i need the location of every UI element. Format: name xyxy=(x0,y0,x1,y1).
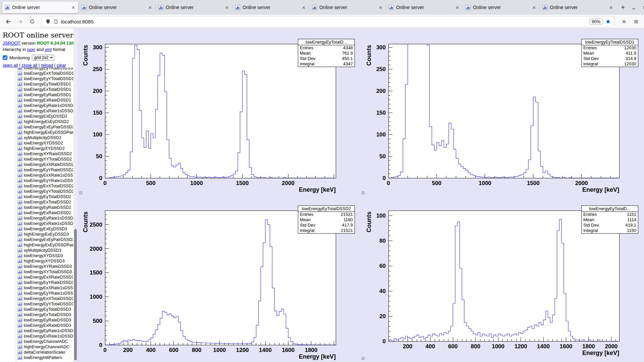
browser-tab[interactable]: Online server xyxy=(386,2,462,13)
sidebar-item[interactable]: lowEnergyExRateDSSD2 xyxy=(0,210,73,216)
histogram-pad[interactable]: 0200400600800100012001400160018000500100… xyxy=(77,195,361,362)
sidebar-item[interactable]: highEnergyExEyDSSDPair3 xyxy=(0,242,73,248)
histogram-pad[interactable]: 0500100015002000050100150200250300Energy… xyxy=(77,28,361,195)
browser-tab[interactable]: Online server xyxy=(463,2,539,13)
sidebar-item[interactable]: highEnergyXYDSSD3 xyxy=(0,258,73,264)
histogram-pad[interactable]: 2004006008001000120014001600180020000204… xyxy=(361,195,644,362)
sidebar-item[interactable]: lowEnergyExRateDSSD3 xyxy=(0,323,73,328)
app-menu-button[interactable] xyxy=(631,16,641,27)
sidebar-item[interactable]: lowEnergyExRateDSSD1 xyxy=(0,98,73,103)
sidebar-scrollbar[interactable] xyxy=(73,28,77,362)
sidebar-item[interactable]: lowEnergyExEyDSSD2 xyxy=(0,114,73,119)
sidebar-item[interactable]: lowEnergyHitPattern xyxy=(0,355,73,360)
sidebar-item[interactable]: highEnergyExEyDSSDPair2 xyxy=(0,130,73,135)
sidebar-item[interactable]: lowEnergyEyYTotalDSSD3 xyxy=(0,301,73,307)
sidebar-item[interactable]: lowEnergyXYTotalDSSD2 xyxy=(0,157,73,162)
sidebar-item[interactable]: xyMultiplicityDSSD3 xyxy=(0,248,73,253)
sidebar-item[interactable]: lowEnergyChannelADC xyxy=(0,339,73,344)
browser-tab[interactable]: Online server xyxy=(310,2,385,13)
sidebar-item[interactable]: lowEnergyExXTotalDSSD1 xyxy=(0,71,73,76)
sidebar-item[interactable]: lowEnergyExXRate1sDSSD2 xyxy=(0,173,73,178)
sidebar-item[interactable]: lowEnergyEyRate1sDSSD2 xyxy=(0,216,73,221)
bookmark-star-icon[interactable] xyxy=(605,19,611,24)
browser-tab[interactable]: Online server xyxy=(2,2,78,13)
sidebar-item[interactable]: lowEnergyEyYRate1sDSSD2 xyxy=(0,178,73,183)
tab-close-button[interactable] xyxy=(608,5,613,10)
sidebar-item[interactable]: lowEnergyEyYRate1sDSSD3 xyxy=(0,291,73,296)
sidebar-item[interactable]: lowEnergyXYRateDSSD3 xyxy=(0,264,73,269)
forward-button[interactable] xyxy=(15,16,25,27)
action-link-reload[interactable]: reload xyxy=(41,63,53,68)
browser-tab[interactable]: Online server xyxy=(156,2,232,13)
page-info-icon[interactable] xyxy=(53,19,58,24)
sidebar-item[interactable]: lowEnergyEyYTotalDSSD1 xyxy=(0,76,73,81)
minimize-button[interactable] xyxy=(628,0,639,15)
sidebar-item[interactable]: highEnergyXYDSSD2 xyxy=(0,146,73,151)
sidebar-item[interactable]: lowEnergyExXTotalDSSD2 xyxy=(0,183,73,189)
sidebar-item[interactable]: lowEnergyExXRateDSSD2 xyxy=(0,162,73,167)
sidebar-item[interactable]: lowEnergyEyRate1sDSSD1 xyxy=(0,103,73,108)
tab-close-button[interactable] xyxy=(70,5,76,10)
sidebar-item[interactable]: lowEnergyEyYTotalDSSD2 xyxy=(0,189,73,194)
sidebar-item[interactable]: lowEnergyEyTotalDSSD1 xyxy=(0,81,73,87)
sidebar-item[interactable]: lowEnergyExRate1sDSSD2 xyxy=(0,221,73,226)
histogram-pad[interactable]: 0500100015002000050100150200250300Energy… xyxy=(361,28,644,195)
tab-close-button[interactable] xyxy=(378,5,383,10)
sidebar-item[interactable]: lowEnergyExRate1sDSSD1 xyxy=(0,108,73,114)
sidebar-item[interactable]: lowEnergyExRate1sDSSD3 xyxy=(0,334,73,339)
sidebar-item[interactable]: lowEnergyExEyDSSD3 xyxy=(0,226,73,232)
sidebar-item[interactable]: lowEnergyExXRate1sDSSD3 xyxy=(0,285,73,291)
xml-link[interactable]: xml xyxy=(45,47,52,52)
monitoring-checkbox[interactable] xyxy=(3,55,7,60)
new-tab-button[interactable]: + xyxy=(618,2,628,12)
sidebar-item[interactable]: lowEnergyEyRateDSSD2 xyxy=(0,205,73,210)
sidebar-item[interactable]: highEnergyChannelADC xyxy=(0,344,73,350)
url-bar[interactable]: localhost:8085 90% xyxy=(42,16,614,27)
toolbar-overflow-button[interactable] xyxy=(619,16,629,27)
sidebar-item[interactable]: lowEnergyXYDSSD3 xyxy=(0,253,73,258)
stats-box[interactable]: lowEnergyEyTotalDSSD2Entries21521Mean116… xyxy=(298,205,355,234)
sidebar-item[interactable]: lowEnergyExTotalDSSD1 xyxy=(0,87,73,92)
tab-close-button[interactable] xyxy=(454,5,460,10)
sidebar-item[interactable]: lowEnergyExEyPairDSSD3 xyxy=(0,237,73,242)
tab-close-button[interactable] xyxy=(224,5,229,10)
action-link-clear[interactable]: clear xyxy=(56,63,66,68)
sidebar-item[interactable]: lowEnergyExXRateDSSD3 xyxy=(0,275,73,280)
jsroot-link[interactable]: JSROOT xyxy=(3,41,20,46)
action-link-close-all[interactable]: close all xyxy=(21,63,37,68)
sidebar-item[interactable]: lowEnergyEyYRate1sDSSD1 xyxy=(0,68,73,71)
sidebar-item[interactable]: lowEnergyExXTotalDSSD3 xyxy=(0,296,73,301)
browser-tab[interactable]: Online server xyxy=(79,2,155,13)
sidebar-item[interactable]: highEnergyExEyDSSD3 xyxy=(0,232,73,237)
sidebar-item[interactable]: lowEnergyEyYRateDSSD3 xyxy=(0,280,73,285)
sidebar-item[interactable]: highEnergyExEyDSSD2 xyxy=(0,119,73,124)
tab-close-button[interactable] xyxy=(531,5,537,10)
browser-tab[interactable]: Online server xyxy=(233,2,309,13)
sidebar-item[interactable]: lowEnergyExTotalDSSD2 xyxy=(0,199,73,205)
browser-tab[interactable]: Online server xyxy=(540,2,616,13)
sidebar-item[interactable]: lowEnergyEyRateDSSD3 xyxy=(0,317,73,323)
sidebar-item[interactable]: lowEnergyExEyPairDSSD2 xyxy=(0,124,73,130)
sidebar-item[interactable]: lowEnergyEyRate1sDSSD3 xyxy=(0,328,73,334)
zoom-level-button[interactable]: 90% xyxy=(589,18,603,25)
sidebar-item[interactable]: lowEnergyExTotalDSSD3 xyxy=(0,312,73,317)
action-link-open-all[interactable]: open all xyxy=(3,63,18,68)
json-link[interactable]: json xyxy=(27,47,35,52)
stats-box[interactable]: lowEnergyEyTotalDSSD1Entries12030Mean411… xyxy=(581,39,638,67)
back-button[interactable] xyxy=(3,16,13,27)
shield-icon[interactable] xyxy=(45,19,51,24)
tab-close-button[interactable] xyxy=(147,5,153,10)
sidebar-item[interactable]: lowEnergyEyTotalDSSD3 xyxy=(0,307,73,312)
sidebar-item[interactable]: lowEnergyXYDSSD2 xyxy=(0,140,73,146)
url-text[interactable]: localhost:8085 xyxy=(61,19,587,24)
sidebar-item[interactable]: deltaCorrelationScaler xyxy=(0,350,73,355)
sidebar-item[interactable]: xyMultiplicityDSSD2 xyxy=(0,135,73,140)
maximize-button[interactable] xyxy=(639,0,644,15)
sidebar-item[interactable]: lowEnergyEyTotalDSSD2 xyxy=(0,194,73,199)
sidebar-item[interactable]: lowEnergyEyYRateDSSD2 xyxy=(0,167,73,173)
reload-button[interactable] xyxy=(27,16,38,27)
scrollbar-thumb[interactable] xyxy=(74,229,77,360)
stats-box[interactable]: lowEnergyEyTotalD...Entries4348Mean761.9… xyxy=(298,39,355,67)
stats-box[interactable]: lowEnergyEyTotalD...Entries1151Mean1114S… xyxy=(581,205,638,234)
sidebar-item[interactable]: lowEnergyXYTotalDSSD3 xyxy=(0,269,73,275)
